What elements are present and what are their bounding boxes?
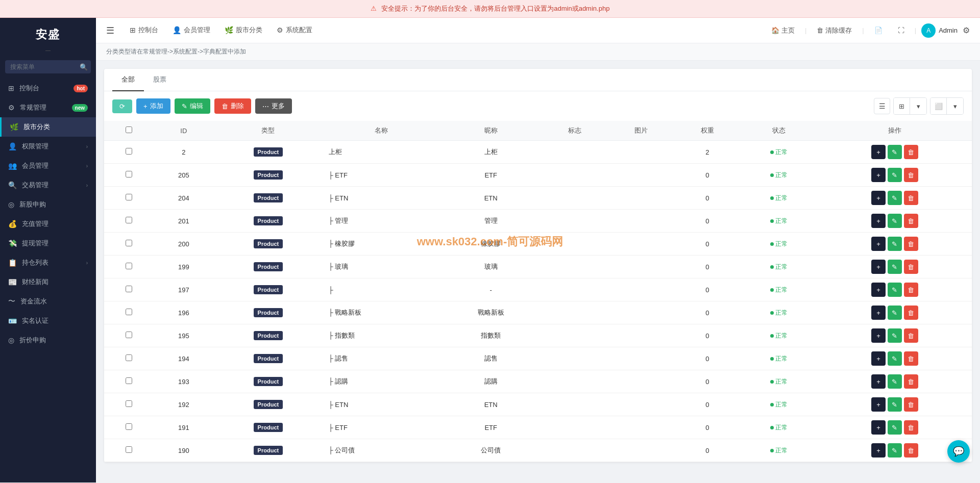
add-button[interactable]: + 添加 — [136, 98, 170, 114]
row-checkbox[interactable] — [104, 187, 153, 210]
row-delete-button[interactable]: 🗑 — [904, 328, 918, 343]
row-add-button[interactable]: + — [871, 397, 886, 412]
row-checkbox[interactable] — [104, 324, 153, 347]
row-checkbox[interactable] — [104, 210, 153, 233]
sidebar-item-orders[interactable]: 🔍 交易管理 › — [0, 175, 96, 195]
row-edit-button[interactable]: ✎ — [888, 237, 902, 251]
row-delete-button[interactable]: 🗑 — [904, 168, 918, 182]
row-add-button[interactable]: + — [871, 420, 886, 435]
select-all-checkbox[interactable] — [126, 126, 132, 133]
doc-button[interactable]: 📄 — [869, 24, 888, 36]
row-edit-button[interactable]: ✎ — [888, 328, 902, 343]
row-add-button[interactable]: + — [871, 260, 886, 274]
row-delete-button[interactable]: 🗑 — [904, 237, 918, 251]
edit-button[interactable]: ✎ 编辑 — [175, 98, 210, 114]
row-select-checkbox[interactable] — [126, 194, 132, 200]
row-select-checkbox[interactable] — [126, 309, 132, 315]
row-add-button[interactable]: + — [871, 443, 886, 457]
sidebar-item-withdraw[interactable]: 💸 提现管理 — [0, 234, 96, 253]
row-edit-button[interactable]: ✎ — [888, 306, 902, 320]
row-select-checkbox[interactable] — [126, 217, 132, 223]
row-checkbox[interactable] — [104, 416, 153, 439]
nav-link-settings[interactable]: ⚙ 系统配置 — [270, 18, 320, 43]
user-area[interactable]: A Admin — [921, 23, 958, 38]
float-chat-button[interactable]: 💬 — [947, 440, 970, 463]
row-edit-button[interactable]: ✎ — [888, 351, 902, 366]
sidebar-item-dashboard[interactable]: ⊞ 控制台 hot — [0, 79, 96, 98]
row-checkbox[interactable] — [104, 233, 153, 256]
row-edit-button[interactable]: ✎ — [888, 420, 902, 435]
row-add-button[interactable]: + — [871, 145, 886, 159]
row-select-checkbox[interactable] — [126, 171, 132, 177]
nav-link-dashboard[interactable]: ⊞ 控制台 — [122, 18, 165, 43]
row-delete-button[interactable]: 🗑 — [904, 191, 918, 205]
sidebar-item-general[interactable]: ⚙ 常规管理 new — [0, 98, 96, 117]
row-delete-button[interactable]: 🗑 — [904, 443, 918, 457]
home-button[interactable]: 🏠 主页 — [766, 24, 800, 37]
grid-view-button[interactable]: ⊞ — [894, 98, 910, 114]
row-add-button[interactable]: + — [871, 328, 886, 343]
row-edit-button[interactable]: ✎ — [888, 168, 902, 182]
row-select-checkbox[interactable] — [126, 423, 132, 430]
export-down-button[interactable]: ▾ — [947, 98, 963, 114]
row-delete-button[interactable]: 🗑 — [904, 420, 918, 435]
search-button[interactable]: 🔍 — [80, 63, 88, 71]
sidebar-item-holdings[interactable]: 📋 持仓列表 › — [0, 253, 96, 272]
row-select-checkbox[interactable] — [126, 400, 132, 407]
row-add-button[interactable]: + — [871, 283, 886, 297]
sidebar-item-members[interactable]: 👥 会员管理 › — [0, 156, 96, 175]
row-delete-button[interactable]: 🗑 — [904, 306, 918, 320]
row-delete-button[interactable]: 🗑 — [904, 351, 918, 366]
menu-toggle-button[interactable]: ☰ — [106, 25, 114, 36]
sidebar-item-stock[interactable]: 🌿 股市分类 — [0, 117, 96, 137]
sidebar-item-kyc[interactable]: 🪪 实名认证 — [0, 311, 96, 331]
row-select-checkbox[interactable] — [126, 446, 132, 453]
row-delete-button[interactable]: 🗑 — [904, 145, 918, 159]
sidebar-item-recharge[interactable]: 💰 充值管理 — [0, 214, 96, 234]
grid-down-button[interactable]: ▾ — [910, 98, 926, 114]
row-select-checkbox[interactable] — [126, 263, 132, 269]
sidebar-item-finance[interactable]: 📰 财经新闻 — [0, 272, 96, 292]
row-delete-button[interactable]: 🗑 — [904, 260, 918, 274]
row-add-button[interactable]: + — [871, 214, 886, 228]
row-add-button[interactable]: + — [871, 306, 886, 320]
row-select-checkbox[interactable] — [126, 148, 132, 155]
sidebar-item-discount[interactable]: ◎ 折价申购 — [0, 331, 96, 350]
row-edit-button[interactable]: ✎ — [888, 397, 902, 412]
fullscreen-button[interactable]: ⛶ — [893, 24, 910, 36]
row-add-button[interactable]: + — [871, 237, 886, 251]
row-edit-button[interactable]: ✎ — [888, 374, 902, 389]
search-input[interactable] — [5, 60, 91, 73]
nav-link-stock[interactable]: 🌿 股市分类 — [217, 18, 270, 43]
list-view-button[interactable]: ☰ — [874, 98, 890, 114]
clear-cache-button[interactable]: 🗑 清除缓存 — [812, 24, 857, 37]
settings-gear-icon[interactable]: ⚙ — [963, 26, 970, 35]
row-select-checkbox[interactable] — [126, 332, 132, 338]
more-button[interactable]: ⋯ 更多 — [255, 98, 292, 114]
row-add-button[interactable]: + — [871, 374, 886, 389]
row-select-checkbox[interactable] — [126, 240, 132, 246]
row-edit-button[interactable]: ✎ — [888, 145, 902, 159]
row-select-checkbox[interactable] — [126, 354, 132, 361]
row-checkbox[interactable] — [104, 301, 153, 324]
row-edit-button[interactable]: ✎ — [888, 260, 902, 274]
row-checkbox[interactable] — [104, 370, 153, 393]
row-checkbox[interactable] — [104, 393, 153, 416]
row-edit-button[interactable]: ✎ — [888, 191, 902, 205]
row-delete-button[interactable]: 🗑 — [904, 397, 918, 412]
row-checkbox[interactable] — [104, 141, 153, 164]
row-select-checkbox[interactable] — [126, 377, 132, 384]
row-add-button[interactable]: + — [871, 191, 886, 205]
tab-all[interactable]: 全部 — [112, 69, 144, 91]
row-checkbox[interactable] — [104, 164, 153, 187]
sidebar-item-cashflow[interactable]: 〜 资金流水 — [0, 292, 96, 311]
row-delete-button[interactable]: 🗑 — [904, 283, 918, 297]
row-checkbox[interactable] — [104, 347, 153, 370]
row-edit-button[interactable]: ✎ — [888, 283, 902, 297]
export-button[interactable]: ⬜ — [930, 98, 947, 114]
row-checkbox[interactable] — [104, 256, 153, 278]
row-select-checkbox[interactable] — [126, 286, 132, 292]
nav-link-members[interactable]: 👤 会员管理 — [165, 18, 217, 43]
sidebar-item-newstock[interactable]: ◎ 新股申购 — [0, 195, 96, 214]
delete-button[interactable]: 🗑 删除 — [214, 98, 251, 114]
